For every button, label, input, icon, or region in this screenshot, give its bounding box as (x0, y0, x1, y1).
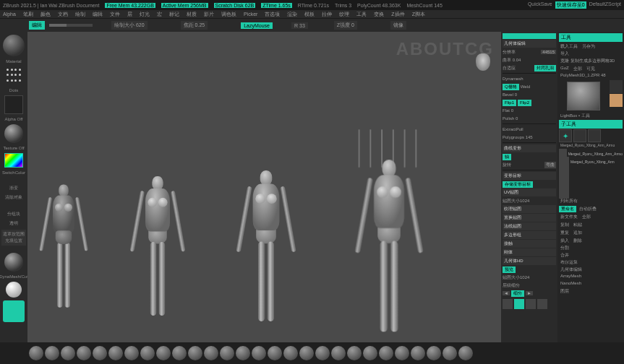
menu-draw[interactable]: 绘制 (75, 11, 85, 18)
brush-12[interactable] (204, 346, 218, 360)
bevel-label[interactable]: Bevel 0 (503, 92, 556, 97)
del-button[interactable]: 删除 (572, 238, 584, 244)
brush-18[interactable] (299, 346, 314, 360)
export-tool[interactable]: 克隆 复制生成多边形网格3D (559, 58, 623, 64)
menu-stroke[interactable]: 拉伸 (322, 11, 332, 18)
quick-tool-1[interactable] (610, 80, 623, 93)
brush-9[interactable] (156, 346, 171, 360)
rgb-field[interactable]: R 33 (291, 22, 308, 29)
menu-document[interactable]: 文档 (58, 11, 68, 18)
insert-button[interactable]: 插入 (559, 238, 570, 244)
menu-palette[interactable]: 调色板 (221, 11, 236, 18)
camera-head-icon[interactable] (476, 53, 490, 71)
polygroups-label[interactable]: Polygroups 145 (503, 135, 556, 139)
brush-13[interactable] (220, 346, 234, 360)
menu-prefs[interactable]: 首选项 (265, 11, 280, 18)
texmap-header[interactable]: 纹理贴图 (503, 205, 556, 213)
rigid-header[interactable]: 刚体 (503, 248, 556, 256)
dup-button[interactable]: 重复 (559, 230, 570, 236)
menu-texture[interactable]: 纹理 (339, 11, 349, 18)
brush-6[interactable] (108, 346, 123, 360)
clear-grp-label[interactable]: 分组块 (7, 211, 20, 217)
brush-25[interactable] (411, 346, 425, 360)
menu-zplugin[interactable]: Z插件 (391, 11, 404, 18)
quicksave-slot[interactable]: 快速保存至0 (555, 1, 586, 9)
resolution-value[interactable]: 44515 (541, 50, 556, 54)
autocollapse[interactable]: 自动折叠 (578, 206, 598, 212)
mask-label[interactable]: 遮罩按范围充填位置 (1, 230, 26, 246)
bend-button[interactable]: 弯曲 (544, 162, 556, 168)
brush-slot-2[interactable] (573, 129, 586, 142)
brush-27[interactable] (443, 346, 457, 360)
geo-header[interactable]: 几何体编辑 (559, 266, 623, 273)
rename-button[interactable]: 重命名 (559, 206, 576, 212)
quicksave-label[interactable]: QuickSave (528, 1, 552, 9)
brush-5[interactable] (93, 346, 107, 360)
morph-button[interactable]: 存储变形目标 (503, 181, 533, 188)
brush-2[interactable] (45, 346, 59, 360)
brush-7[interactable] (124, 346, 139, 360)
weld-label[interactable]: Weld (521, 84, 556, 89)
copy-button[interactable]: 复制 (559, 222, 570, 228)
brush-1[interactable] (29, 346, 43, 360)
paste-button[interactable]: 粘贴 (572, 222, 584, 228)
brush-4[interactable] (77, 346, 91, 360)
icon-btn-4[interactable] (537, 299, 547, 309)
drawsize-field[interactable]: 绘制大小 620 (111, 21, 148, 30)
layers[interactable]: 图层 (559, 288, 623, 295)
load-tool[interactable]: 载入工具 (559, 43, 579, 50)
subdiv-button[interactable]: 细分 (511, 290, 524, 297)
texture-preview[interactable] (4, 124, 23, 143)
menu-brush[interactable]: 笔刷 (23, 11, 33, 18)
folder-button[interactable]: 新文件夹 (559, 214, 579, 220)
save-tool[interactable]: 另存为 (581, 43, 597, 50)
quick-tool-2[interactable] (610, 94, 623, 107)
curve-label[interactable]: 曲率 0.04 (503, 57, 556, 64)
append-button[interactable]: 追加 (572, 230, 584, 236)
color-picker[interactable] (4, 153, 23, 168)
qgrid-button[interactable]: Q栅格 (503, 84, 519, 90)
stroke-dots-icon[interactable] (4, 66, 23, 85)
menu-material[interactable]: 材质 (187, 11, 197, 18)
goz-button[interactable]: GoZ (559, 66, 570, 72)
preview-button[interactable]: 预览 (503, 266, 516, 273)
sphere-preview-2[interactable] (6, 282, 22, 298)
canvas-viewport[interactable]: ABOUTCG (27, 32, 501, 342)
mirror-button[interactable]: 镜像 (390, 21, 406, 30)
menu-picker[interactable]: Picker (244, 12, 257, 17)
flip1-button[interactable]: Flip1 (503, 100, 516, 106)
normalmap-header[interactable]: 法线贴图 (503, 222, 556, 230)
brush-24[interactable] (395, 346, 409, 360)
edit-slider[interactable] (49, 24, 93, 27)
polish-label[interactable]: Polish 0 (503, 116, 556, 121)
icon-btn-1[interactable] (503, 299, 513, 309)
brush-20[interactable] (331, 346, 346, 360)
brush-23[interactable] (379, 346, 393, 360)
edit-button[interactable]: 编辑 (29, 21, 45, 30)
geohd-header[interactable]: 几何体HD (503, 257, 556, 265)
geometry-header[interactable]: 几何体编辑 (503, 40, 556, 48)
gradient-label[interactable]: 渐变 (9, 185, 18, 191)
brush-26[interactable] (427, 346, 441, 360)
menu-stencil[interactable]: 模板 (304, 11, 315, 18)
menu-edit[interactable]: 编辑 (93, 11, 103, 18)
import-tool[interactable]: 导入 (559, 51, 623, 57)
zintensity-field[interactable]: Z强度 0 (334, 21, 357, 30)
icon-btn-3[interactable] (526, 299, 536, 309)
dispmap-header[interactable]: 置换贴图 (503, 214, 556, 222)
flat-label[interactable]: Flat 0 (503, 108, 556, 113)
brush-19[interactable] (315, 346, 330, 360)
clear-obj-label[interactable]: 清除对象 (5, 194, 22, 201)
sphere-preview-1[interactable] (4, 253, 23, 272)
menu-alpha[interactable]: Alpha (3, 12, 16, 17)
brush-16[interactable] (268, 346, 282, 360)
morph-header[interactable]: 变形目标 (503, 172, 556, 180)
tool-header[interactable]: 工具 (559, 33, 623, 42)
rotate-label[interactable]: 旋转 (503, 162, 543, 168)
all2-button[interactable]: 全部 (581, 214, 592, 220)
layered-label[interactable]: 层级细分 (503, 282, 556, 289)
uvmap-header[interactable]: UV贴图 (503, 188, 556, 196)
bool-header[interactable]: 布尔运算 (559, 259, 623, 266)
menu-layer[interactable]: 层 (127, 11, 132, 18)
menu-movie[interactable]: 影片 (204, 11, 214, 18)
